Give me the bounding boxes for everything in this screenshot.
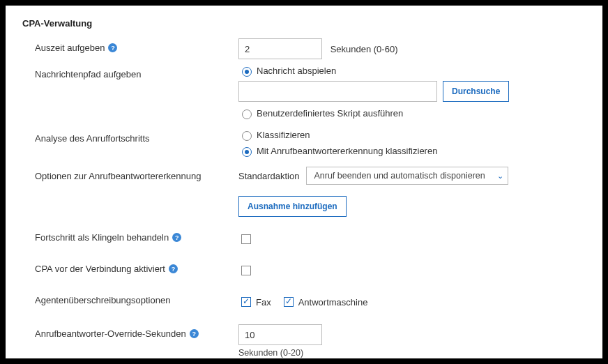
radio-classify-label: Klassifizieren [257, 130, 310, 140]
treat-progress-checkbox[interactable] [241, 234, 251, 244]
browse-button[interactable]: Durchsuche [443, 81, 509, 102]
abandon-timeout-suffix: Sekunden (0-60) [330, 44, 398, 54]
am-checkbox[interactable] [284, 297, 294, 307]
abandon-path-label: Nachrichtenpfad aufgeben [22, 65, 238, 79]
am-options-label: Optionen zur Anrufbeantwortererkennung [22, 167, 238, 181]
fax-checkbox-label: Fax [256, 297, 271, 308]
help-icon[interactable]: ? [169, 264, 178, 273]
abandon-timeout-input[interactable] [238, 38, 322, 59]
cpa-preconnect-checkbox[interactable] [241, 266, 251, 275]
radio-run-script-label: Benutzerdefiniertes Skript ausführen [257, 108, 403, 119]
radio-run-script[interactable] [242, 109, 252, 119]
help-icon[interactable]: ? [172, 233, 181, 242]
default-action-select[interactable]: Anruf beenden und automatisch disponiere… [306, 167, 508, 185]
radio-classify-am[interactable] [242, 147, 252, 157]
am-checkbox-label: Antwortmaschine [298, 297, 368, 308]
override-seconds-label: Anrufbeantworter-Override-Sekunden ? [22, 324, 238, 339]
default-action-value: Anruf beenden und automatisch disponiere… [314, 171, 485, 181]
override-seconds-suffix: Sekunden (0-20) [238, 348, 586, 358]
fax-checkbox[interactable] [241, 297, 251, 307]
cpa-preconnect-label: CPA vor der Verbindung aktiviert ? [22, 259, 238, 274]
chevron-down-icon: ⌄ [497, 172, 503, 181]
help-icon[interactable]: ? [190, 329, 199, 338]
abandon-timeout-label: Auszeit aufgeben ? [22, 38, 238, 53]
default-action-label: Standardaktion [238, 171, 299, 181]
treat-progress-label: Fortschritt als Klingeln behandeln ? [22, 228, 238, 243]
radio-play-message-label: Nachricht abspielen [257, 66, 336, 76]
agent-override-label: Agentenüberschreibungsoptionen [22, 291, 238, 305]
radio-classify-am-label: Mit Anrufbeantwortererkennung klassifizi… [257, 146, 437, 156]
override-seconds-input[interactable] [238, 324, 322, 345]
help-icon[interactable]: ? [108, 43, 117, 52]
section-title: CPA-Verwaltung [22, 18, 586, 29]
radio-play-message[interactable] [242, 67, 252, 77]
add-exception-button[interactable]: Ausnahme hinzufügen [238, 196, 347, 217]
cpa-analysis-label: Analyse des Anruffortschritts [22, 129, 238, 144]
message-path-input[interactable] [238, 81, 437, 102]
radio-classify[interactable] [242, 131, 252, 141]
